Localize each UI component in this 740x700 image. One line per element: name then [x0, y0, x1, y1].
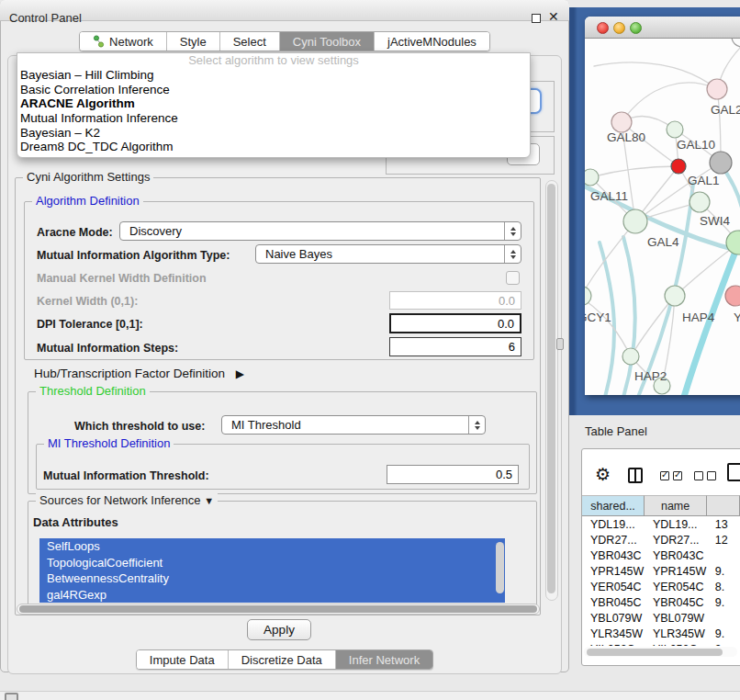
apply-button[interactable]: Apply — [247, 619, 311, 640]
table-row[interactable]: YBL079WYBL079W — [582, 610, 740, 626]
control-panel-titlebar[interactable] — [0, 0, 569, 21]
network-node-gal10[interactable] — [667, 121, 683, 138]
which-threshold-label: Which threshold to use: — [74, 420, 205, 433]
export-table-icon[interactable] — [727, 463, 740, 481]
tab-label: Select — [233, 35, 266, 49]
network-node[interactable] — [732, 39, 740, 47]
select-all-icon[interactable] — [660, 471, 682, 480]
threshold-definition-legend: Threshold Definition — [36, 384, 150, 398]
dropdown-item-bayesian-k2[interactable]: Bayesian – K2 — [17, 126, 530, 141]
table-row[interactable]: YBR043CYBR043C — [582, 548, 740, 563]
kernel-width-field[interactable]: 0.0 — [389, 291, 521, 310]
column-header-clipped[interactable] — [707, 495, 740, 516]
float-window-icon[interactable] — [532, 14, 541, 23]
table-row[interactable]: YDR27...YDR27...12 — [582, 532, 740, 548]
mi-algorithm-type-combo[interactable]: Naive Bayes — [255, 244, 521, 264]
table-cell: 9 — [707, 643, 740, 647]
which-threshold-combo[interactable]: MI Threshold — [221, 415, 486, 435]
dropdown-item-mutual-information-inference[interactable]: Mutual Information Inference — [17, 111, 530, 126]
attribute-item-topologicalcoefficient[interactable]: TopologicalCoefficient — [39, 555, 505, 571]
attribute-item-betweennesscentrality[interactable]: BetweennessCentrality — [39, 570, 505, 587]
table-settings-gear-icon[interactable]: ⚙ — [595, 464, 611, 485]
attribute-list-scrollbar[interactable] — [496, 542, 504, 593]
tab-network[interactable]: Network — [80, 32, 167, 51]
network-node-gal80[interactable] — [611, 112, 632, 132]
dropdown-item-dream8-dc-tdc-algorithm[interactable]: Dream8 DC_TDC Algorithm — [17, 140, 530, 154]
tab-select[interactable]: Select — [220, 32, 280, 51]
network-node[interactable] — [710, 152, 732, 174]
network-node-gcy1[interactable] — [585, 287, 591, 305]
table-cell: 8. — [707, 581, 740, 593]
table-cell: 12 — [707, 534, 740, 547]
tab-jactivemnodules[interactable]: jActiveMNodules — [375, 32, 489, 51]
tab-label: Impute Data — [150, 653, 215, 667]
combo-stepper-icon — [504, 245, 521, 263]
network-edge[interactable] — [590, 166, 678, 177]
network-view-window: GAL2GAL80GAL10GAL1GAL11GAL4SWI4GCY1HAP4Y… — [585, 17, 740, 395]
show-columns-icon[interactable] — [628, 468, 643, 483]
network-edge[interactable] — [631, 296, 675, 356]
network-node-gal2[interactable] — [707, 79, 727, 99]
table-horizontal-scrollbar-thumb[interactable] — [587, 649, 723, 656]
network-node-gal1[interactable] — [690, 192, 710, 212]
table-row[interactable]: YDL19...YDL19...13 — [582, 516, 740, 532]
network-edge[interactable] — [585, 298, 631, 356]
minimized-panel-icon[interactable] — [5, 693, 18, 700]
dropdown-item-aracne-algorithm[interactable]: ARACNE Algorithm — [17, 96, 530, 111]
network-node[interactable] — [671, 159, 686, 174]
mi-threshold-field[interactable]: 0.5 — [387, 465, 519, 484]
close-traffic-light-icon[interactable] — [597, 22, 609, 34]
dropdown-item-bayesian-hill-climbing[interactable]: Bayesian – Hill Climbing — [17, 68, 530, 83]
table-cell: YDR27... — [582, 534, 645, 547]
settings-vertical-scrollbar-thumb[interactable] — [547, 184, 555, 593]
column-header-shared[interactable]: shared... — [582, 495, 645, 516]
panel-resize-grip[interactable] — [556, 338, 564, 350]
node-label: GAL11 — [590, 189, 628, 203]
network-node-gal4[interactable] — [623, 209, 647, 233]
table-row[interactable]: YIL052CYIL052C9 — [582, 641, 740, 646]
table-cell: YIL052C — [582, 643, 645, 647]
minimize-traffic-light-icon[interactable] — [613, 22, 625, 34]
network-node-hap4[interactable] — [665, 286, 685, 306]
attribute-item-selfloops[interactable]: SelfLoops — [39, 538, 505, 555]
table-row[interactable]: YER054CYER054C8. — [582, 579, 740, 594]
close-icon[interactable]: ✕ — [548, 9, 559, 24]
column-header-name[interactable]: name — [645, 495, 707, 516]
hub-definition-toggle[interactable]: Hub/Transcription Factor Definition ▶ — [34, 367, 244, 380]
tab-discretize-data[interactable]: Discretize Data — [229, 650, 336, 669]
tab-impute-data[interactable]: Impute Data — [137, 650, 229, 669]
table-panel-title: Table Panel — [585, 424, 647, 438]
tab-label: Infer Network — [349, 653, 420, 667]
mi-threshold-definition-legend: MI Threshold Definition — [44, 436, 174, 450]
sources-legend: Sources for Network Inference ▼ — [36, 493, 218, 507]
tab-cyni-toolbox[interactable]: Cyni Toolbox — [280, 32, 375, 51]
table-header-row: shared...name — [582, 495, 740, 516]
table-row[interactable]: YPR145WYPR145W9. — [582, 563, 740, 579]
network-node-hap2[interactable] — [622, 348, 639, 365]
table-row[interactable]: YBR045CYBR045C9. — [582, 594, 740, 610]
table-cell: YIL052C — [645, 643, 707, 647]
network-node-y[interactable] — [725, 286, 740, 306]
aracne-mode-label: Aracne Mode: — [37, 226, 113, 239]
network-canvas[interactable]: GAL2GAL80GAL10GAL1GAL11GAL4SWI4GCY1HAP4Y… — [585, 39, 740, 395]
deselect-all-icon[interactable] — [694, 471, 716, 480]
network-node-gal11[interactable] — [585, 169, 599, 186]
network-edge[interactable] — [623, 237, 635, 395]
tab-infer-network[interactable]: Infer Network — [336, 650, 432, 669]
network-window-titlebar[interactable] — [585, 17, 740, 39]
dropdown-item-basic-correlation-inference[interactable]: Basic Correlation Inference — [17, 83, 530, 97]
which-threshold-value: MI Threshold — [222, 418, 468, 432]
network-edge[interactable] — [594, 62, 717, 89]
dpi-tolerance-field[interactable]: 0.0 — [389, 313, 521, 333]
aracne-mode-combo[interactable]: Discovery — [119, 221, 521, 241]
zoom-traffic-light-icon[interactable] — [630, 22, 642, 34]
mi-steps-field[interactable]: 6 — [389, 337, 521, 356]
tab-style[interactable]: Style — [167, 32, 220, 51]
tab-label: Cyni Toolbox — [293, 35, 361, 49]
node-label: SWI4 — [700, 214, 730, 228]
settings-horizontal-scrollbar-thumb[interactable] — [19, 605, 537, 613]
expanded-arrow-icon[interactable]: ▼ — [204, 495, 214, 506]
manual-kernel-width-checkbox[interactable] — [506, 271, 520, 285]
attribute-item-gal4rgexp[interactable]: gal4RGexp — [39, 587, 505, 604]
table-row[interactable]: YLR345WYLR345W9. — [582, 626, 740, 641]
